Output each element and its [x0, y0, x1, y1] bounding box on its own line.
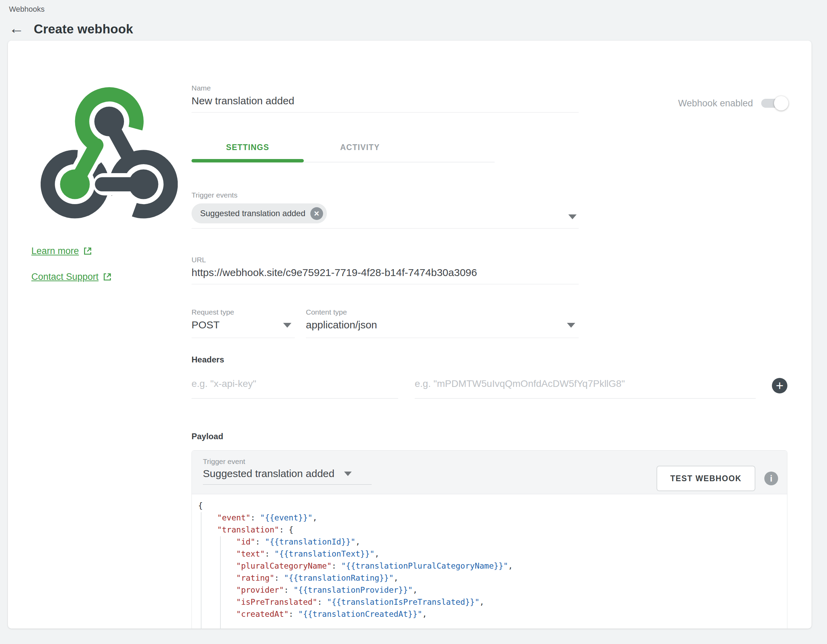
add-header-button[interactable]: +: [772, 378, 787, 394]
trigger-events-label: Trigger events: [192, 191, 579, 199]
active-tab-indicator: [192, 159, 304, 162]
payload-section: Payload Trigger event Suggested translat…: [192, 432, 787, 628]
request-type-select[interactable]: POST: [192, 319, 295, 338]
payload-code-editor[interactable]: { "event": "{{event}}", "translation": {…: [192, 494, 787, 628]
tab-bar: SETTINGS ACTIVITY: [192, 143, 495, 162]
contact-support-link[interactable]: Contact Support: [31, 272, 192, 282]
close-icon[interactable]: ×: [311, 207, 323, 220]
page-header: Webhooks ← Create webhook: [0, 0, 827, 40]
create-webhook-card: Learn more Contact Support Name Webhook …: [8, 40, 811, 628]
left-column: Learn more Contact Support: [8, 40, 192, 628]
request-type-label: Request type: [192, 308, 295, 316]
trigger-events-field: Trigger events Suggested translation add…: [192, 191, 579, 229]
payload-panel: Trigger event Suggested translation adde…: [192, 450, 787, 628]
header-value-input[interactable]: [415, 378, 756, 398]
chip-label: Suggested translation added: [200, 208, 306, 218]
payload-trigger-event-select[interactable]: Suggested translation added: [203, 468, 371, 485]
chevron-down-icon[interactable]: [567, 323, 575, 328]
webhook-logo: [41, 82, 178, 221]
url-label: URL: [192, 256, 579, 264]
request-type-field: Request type POST: [192, 308, 295, 338]
chevron-down-icon[interactable]: [344, 471, 352, 476]
toggle-thumb: [774, 96, 788, 110]
url-field: URL: [192, 256, 579, 284]
content-type-label: Content type: [306, 308, 579, 316]
trigger-events-select[interactable]: Suggested translation added ×: [192, 204, 579, 229]
headers-section: Headers +: [192, 355, 787, 398]
external-link-icon: [103, 272, 112, 282]
payload-trigger-event-label: Trigger event: [203, 457, 371, 466]
webhook-enabled-label: Webhook enabled: [678, 98, 753, 109]
external-link-icon: [83, 246, 92, 256]
learn-more-label: Learn more: [31, 246, 79, 257]
url-input[interactable]: [192, 267, 579, 284]
content-type-select[interactable]: application/json: [306, 319, 579, 338]
header-key-input[interactable]: [192, 378, 398, 398]
payload-panel-header: Trigger event Suggested translation adde…: [192, 451, 787, 494]
content-type-field: Content type application/json: [306, 308, 579, 338]
page-title: Create webhook: [34, 22, 133, 36]
webhook-enabled-toggle[interactable]: [761, 98, 787, 108]
payload-label: Payload: [192, 432, 787, 441]
payload-code[interactable]: { "event": "{{event}}", "translation": {…: [192, 494, 787, 620]
trigger-event-chip[interactable]: Suggested translation added ×: [192, 204, 327, 223]
indent-guide: [220, 536, 221, 628]
contact-support-label: Contact Support: [31, 272, 98, 282]
info-icon[interactable]: i: [764, 471, 778, 485]
name-label: Name: [192, 84, 579, 92]
learn-more-link[interactable]: Learn more: [31, 246, 192, 257]
chevron-down-icon[interactable]: [283, 323, 292, 328]
payload-trigger-event-value: Suggested translation added: [203, 468, 334, 479]
name-input[interactable]: [192, 95, 579, 112]
payload-trigger-event-field: Trigger event Suggested translation adde…: [203, 457, 371, 494]
test-webhook-button[interactable]: TEST WEBHOOK: [657, 466, 755, 491]
tab-activity[interactable]: ACTIVITY: [304, 143, 416, 162]
chevron-down-icon[interactable]: [568, 215, 577, 219]
back-arrow-icon[interactable]: ←: [9, 21, 24, 36]
main-column: Name Webhook enabled SETTINGS ACTIVITY T…: [192, 40, 811, 628]
headers-label: Headers: [192, 355, 787, 364]
breadcrumb[interactable]: Webhooks: [9, 4, 827, 14]
name-field: Name: [192, 84, 579, 112]
indent-guide: [201, 512, 201, 628]
